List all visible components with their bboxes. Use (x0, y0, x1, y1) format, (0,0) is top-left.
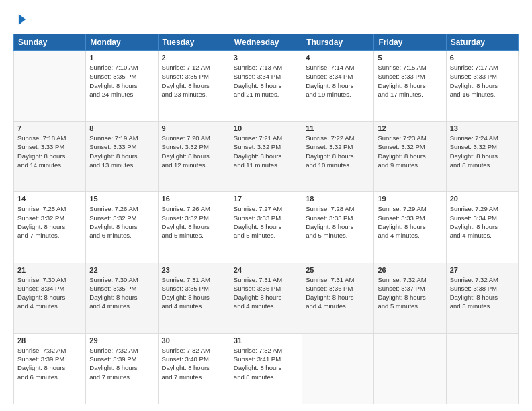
day-info: Sunrise: 7:20 AMSunset: 3:32 PMDaylight:… (162, 134, 226, 169)
day-number: 21 (17, 266, 82, 274)
day-info: Sunrise: 7:32 AMSunset: 3:39 PMDaylight:… (89, 346, 154, 381)
day-info: Sunrise: 7:17 AMSunset: 3:33 PMDaylight:… (450, 63, 515, 99)
day-number: 15 (89, 195, 154, 203)
calendar-week-row: 28Sunrise: 7:32 AMSunset: 3:39 PMDayligh… (14, 333, 519, 404)
calendar-cell: 12Sunrise: 7:23 AMSunset: 3:32 PMDayligh… (374, 122, 446, 192)
day-info: Sunrise: 7:15 AMSunset: 3:33 PMDaylight:… (378, 63, 442, 99)
calendar-week-row: 21Sunrise: 7:30 AMSunset: 3:34 PMDayligh… (14, 263, 519, 333)
calendar-cell: 10Sunrise: 7:21 AMSunset: 3:32 PMDayligh… (230, 122, 302, 192)
day-info: Sunrise: 7:25 AMSunset: 3:32 PMDaylight:… (17, 204, 82, 240)
day-info: Sunrise: 7:13 AMSunset: 3:34 PMDaylight:… (234, 63, 298, 99)
day-info: Sunrise: 7:31 AMSunset: 3:36 PMDaylight:… (234, 275, 298, 311)
day-number: 9 (162, 124, 226, 132)
day-number: 31 (234, 336, 298, 345)
calendar-cell: 5Sunrise: 7:15 AMSunset: 3:33 PMDaylight… (374, 51, 446, 122)
day-number: 7 (17, 124, 82, 132)
day-number: 6 (450, 54, 515, 62)
calendar-cell: 16Sunrise: 7:26 AMSunset: 3:32 PMDayligh… (158, 192, 230, 263)
weekday-header-row: SundayMondayTuesdayWednesdayThursdayFrid… (14, 34, 519, 51)
calendar-cell (14, 51, 86, 122)
day-info: Sunrise: 7:21 AMSunset: 3:32 PMDaylight:… (234, 134, 298, 169)
weekday-header-tuesday: Tuesday (158, 34, 230, 51)
day-info: Sunrise: 7:14 AMSunset: 3:34 PMDaylight:… (306, 63, 370, 99)
weekday-header-wednesday: Wednesday (230, 34, 302, 51)
weekday-header-monday: Monday (86, 34, 158, 51)
page: SundayMondayTuesdayWednesdayThursdayFrid… (0, 0, 532, 411)
day-info: Sunrise: 7:29 AMSunset: 3:34 PMDaylight:… (450, 204, 515, 240)
day-info: Sunrise: 7:12 AMSunset: 3:35 PMDaylight:… (162, 63, 226, 99)
calendar-cell: 9Sunrise: 7:20 AMSunset: 3:32 PMDaylight… (158, 122, 230, 192)
day-info: Sunrise: 7:32 AMSunset: 3:38 PMDaylight:… (450, 275, 515, 311)
day-info: Sunrise: 7:24 AMSunset: 3:32 PMDaylight:… (450, 134, 515, 169)
day-info: Sunrise: 7:31 AMSunset: 3:36 PMDaylight:… (306, 275, 370, 311)
calendar-cell: 18Sunrise: 7:28 AMSunset: 3:33 PMDayligh… (302, 192, 374, 263)
calendar-cell: 21Sunrise: 7:30 AMSunset: 3:34 PMDayligh… (14, 263, 86, 333)
day-info: Sunrise: 7:32 AMSunset: 3:37 PMDaylight:… (378, 275, 442, 311)
calendar-cell (302, 333, 374, 404)
calendar-week-row: 1Sunrise: 7:10 AMSunset: 3:35 PMDaylight… (14, 51, 519, 122)
day-number: 20 (450, 195, 515, 203)
day-number: 24 (234, 266, 298, 274)
calendar-cell: 29Sunrise: 7:32 AMSunset: 3:39 PMDayligh… (86, 333, 158, 404)
day-number: 23 (162, 266, 226, 274)
day-number: 19 (378, 195, 442, 203)
day-number: 3 (234, 54, 298, 62)
calendar-week-row: 14Sunrise: 7:25 AMSunset: 3:32 PMDayligh… (14, 192, 519, 263)
logo (13, 12, 30, 27)
day-info: Sunrise: 7:30 AMSunset: 3:35 PMDaylight:… (89, 275, 154, 311)
calendar-cell: 13Sunrise: 7:24 AMSunset: 3:32 PMDayligh… (446, 122, 518, 192)
day-info: Sunrise: 7:19 AMSunset: 3:33 PMDaylight:… (89, 134, 154, 169)
calendar-cell: 26Sunrise: 7:32 AMSunset: 3:37 PMDayligh… (374, 263, 446, 333)
day-number: 22 (89, 266, 154, 274)
day-number: 5 (378, 54, 442, 62)
day-info: Sunrise: 7:32 AMSunset: 3:41 PMDaylight:… (234, 346, 298, 381)
day-number: 30 (162, 336, 226, 345)
day-info: Sunrise: 7:18 AMSunset: 3:33 PMDaylight:… (17, 134, 82, 169)
calendar-cell: 28Sunrise: 7:32 AMSunset: 3:39 PMDayligh… (14, 333, 86, 404)
day-number: 13 (450, 124, 515, 132)
calendar-cell: 7Sunrise: 7:18 AMSunset: 3:33 PMDaylight… (14, 122, 86, 192)
day-number: 27 (450, 266, 515, 274)
weekday-header-saturday: Saturday (446, 34, 518, 51)
day-number: 8 (89, 124, 154, 132)
calendar-cell: 2Sunrise: 7:12 AMSunset: 3:35 PMDaylight… (158, 51, 230, 122)
day-info: Sunrise: 7:32 AMSunset: 3:39 PMDaylight:… (17, 346, 82, 381)
day-number: 25 (306, 266, 370, 274)
calendar-cell: 3Sunrise: 7:13 AMSunset: 3:34 PMDaylight… (230, 51, 302, 122)
day-number: 18 (306, 195, 370, 203)
day-info: Sunrise: 7:28 AMSunset: 3:33 PMDaylight:… (306, 204, 370, 240)
day-number: 10 (234, 124, 298, 132)
calendar-cell: 20Sunrise: 7:29 AMSunset: 3:34 PMDayligh… (446, 192, 518, 263)
day-info: Sunrise: 7:26 AMSunset: 3:32 PMDaylight:… (89, 204, 154, 240)
day-info: Sunrise: 7:23 AMSunset: 3:32 PMDaylight:… (378, 134, 442, 169)
day-number: 1 (89, 54, 154, 62)
calendar-cell (374, 333, 446, 404)
day-number: 16 (162, 195, 226, 203)
calendar-cell: 19Sunrise: 7:29 AMSunset: 3:33 PMDayligh… (374, 192, 446, 263)
calendar-cell: 4Sunrise: 7:14 AMSunset: 3:34 PMDaylight… (302, 51, 374, 122)
day-number: 28 (17, 336, 82, 345)
calendar-cell: 23Sunrise: 7:31 AMSunset: 3:35 PMDayligh… (158, 263, 230, 333)
calendar-cell: 30Sunrise: 7:32 AMSunset: 3:40 PMDayligh… (158, 333, 230, 404)
calendar-cell: 11Sunrise: 7:22 AMSunset: 3:32 PMDayligh… (302, 122, 374, 192)
day-info: Sunrise: 7:10 AMSunset: 3:35 PMDaylight:… (89, 63, 154, 99)
calendar-table: SundayMondayTuesdayWednesdayThursdayFrid… (13, 34, 519, 404)
day-info: Sunrise: 7:32 AMSunset: 3:40 PMDaylight:… (162, 346, 226, 381)
day-number: 12 (378, 124, 442, 132)
day-number: 2 (162, 54, 226, 62)
calendar-cell: 1Sunrise: 7:10 AMSunset: 3:35 PMDaylight… (86, 51, 158, 122)
calendar-cell: 25Sunrise: 7:31 AMSunset: 3:36 PMDayligh… (302, 263, 374, 333)
day-number: 4 (306, 54, 370, 62)
calendar-cell: 8Sunrise: 7:19 AMSunset: 3:33 PMDaylight… (86, 122, 158, 192)
day-info: Sunrise: 7:30 AMSunset: 3:34 PMDaylight:… (17, 275, 82, 311)
calendar-week-row: 7Sunrise: 7:18 AMSunset: 3:33 PMDaylight… (14, 122, 519, 192)
calendar-cell: 6Sunrise: 7:17 AMSunset: 3:33 PMDaylight… (446, 51, 518, 122)
calendar-cell: 15Sunrise: 7:26 AMSunset: 3:32 PMDayligh… (86, 192, 158, 263)
weekday-header-sunday: Sunday (14, 34, 86, 51)
day-info: Sunrise: 7:27 AMSunset: 3:33 PMDaylight:… (234, 204, 298, 240)
day-number: 17 (234, 195, 298, 203)
logo-icon (15, 12, 30, 27)
day-info: Sunrise: 7:29 AMSunset: 3:33 PMDaylight:… (378, 204, 442, 240)
weekday-header-friday: Friday (374, 34, 446, 51)
day-info: Sunrise: 7:31 AMSunset: 3:35 PMDaylight:… (162, 275, 226, 311)
